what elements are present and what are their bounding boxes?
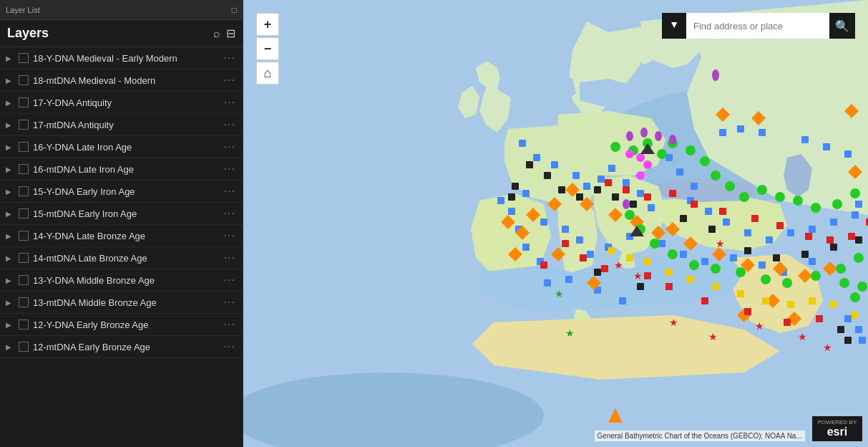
layer-item[interactable]: ▶ 17-Y-DNA Antiquity ···: [0, 92, 243, 114]
layer-more-button[interactable]: ···: [223, 96, 237, 109]
layer-checkbox[interactable]: [19, 208, 29, 218]
zoom-in-button[interactable]: +: [256, 13, 279, 36]
layer-checkbox[interactable]: [19, 53, 29, 63]
svg-rect-135: [594, 186, 601, 193]
svg-point-99: [650, 239, 660, 249]
svg-point-96: [850, 188, 860, 198]
layer-checkbox[interactable]: [19, 75, 29, 85]
svg-point-94: [811, 203, 821, 213]
svg-rect-145: [512, 183, 519, 190]
layer-checkbox[interactable]: [19, 231, 29, 241]
layer-item[interactable]: ▶ 15-mtDNA Early Iron Age ···: [0, 203, 243, 225]
search-icon[interactable]: ⌕: [213, 27, 220, 40]
layer-item[interactable]: ▶ 16-Y-DNA Late Iron Age ···: [0, 136, 243, 158]
map-background: ★ ★ ★ ★ ★ ★ ★ ★ ★ ★: [243, 0, 868, 447]
svg-point-179: [625, 150, 634, 158]
layer-checkbox[interactable]: [19, 186, 29, 196]
svg-point-92: [775, 192, 785, 202]
layer-checkbox[interactable]: [19, 297, 29, 307]
layer-checkbox[interactable]: [19, 275, 29, 285]
zoom-out-button[interactable]: −: [256, 37, 279, 60]
layer-item[interactable]: ▶ 18-Y-DNA Medieval - Early Modern ···: [0, 47, 243, 69]
layer-checkbox[interactable]: [19, 97, 29, 107]
svg-rect-112: [669, 190, 676, 197]
layer-name: 12-mtDNA Early Bronze Age: [33, 342, 218, 352]
layer-name: 18-Y-DNA Medieval - Early Modern: [33, 53, 218, 64]
svg-rect-118: [826, 236, 834, 244]
layer-more-button[interactable]: ···: [223, 52, 237, 64]
svg-rect-10: [623, 179, 630, 186]
layer-checkbox[interactable]: [19, 342, 29, 352]
layer-checkbox[interactable]: [19, 120, 29, 130]
svg-rect-136: [612, 193, 619, 201]
svg-rect-3: [519, 140, 526, 147]
layer-more-button[interactable]: ···: [223, 74, 237, 87]
layer-item[interactable]: ▶ 14-Y-DNA Late Bronze Age ···: [0, 225, 243, 247]
layers-title-bar: Layers ⌕ ⊟: [0, 20, 243, 47]
layer-chevron-icon: ▶: [6, 232, 14, 240]
layer-more-button[interactable]: ···: [223, 318, 237, 331]
layer-chevron-icon: ▶: [6, 210, 14, 218]
map-container[interactable]: ★ ★ ★ ★ ★ ★ ★ ★ ★ ★ + − ⌂ ▼ �: [243, 0, 868, 447]
svg-rect-142: [801, 251, 809, 258]
layer-more-button[interactable]: ···: [223, 118, 237, 131]
layer-more-button[interactable]: ···: [223, 296, 237, 309]
layer-item[interactable]: ▶ 13-mtDNA Middle Bronze Age ···: [0, 292, 243, 314]
svg-point-180: [636, 153, 645, 162]
layer-more-button[interactable]: ···: [223, 207, 237, 220]
svg-rect-40: [522, 190, 530, 197]
layer-checkbox[interactable]: [19, 164, 29, 174]
layer-more-button[interactable]: ···: [223, 163, 237, 176]
layer-more-button[interactable]: ···: [223, 274, 237, 287]
layer-list[interactable]: ▶ 18-Y-DNA Medieval - Early Modern ··· ▶…: [0, 47, 243, 447]
search-button[interactable]: 🔍: [829, 13, 855, 39]
svg-rect-109: [605, 179, 612, 186]
layer-item[interactable]: ▶ 14-mtDNA Late Bronze Age ···: [0, 247, 243, 269]
svg-rect-138: [680, 215, 687, 222]
svg-point-102: [711, 264, 721, 274]
layer-name: 17-Y-DNA Antiquity: [33, 97, 218, 108]
layer-item[interactable]: ▶ 12-mtDNA Early Bronze Age ···: [0, 336, 243, 358]
layer-checkbox[interactable]: [19, 253, 29, 263]
layer-item[interactable]: ▶ 13-Y-DNA Middle Bronze Age ···: [0, 269, 243, 292]
layer-item[interactable]: ▶ 12-Y-DNA Early Bronze Age ···: [0, 314, 243, 336]
layer-more-button[interactable]: ···: [223, 251, 237, 264]
svg-rect-140: [744, 247, 751, 254]
layer-item[interactable]: ▶ 16-mtDNA Late Iron Age ···: [0, 158, 243, 181]
svg-rect-147: [594, 269, 601, 276]
svg-rect-164: [762, 297, 769, 304]
search-dropdown[interactable]: ▼: [662, 13, 686, 39]
svg-rect-6: [572, 172, 580, 179]
layer-more-button[interactable]: ···: [223, 229, 237, 242]
svg-point-181: [643, 160, 652, 169]
layer-chevron-icon: ▶: [6, 188, 14, 196]
svg-rect-134: [576, 193, 583, 201]
home-button[interactable]: ⌂: [256, 62, 279, 85]
layer-checkbox[interactable]: [19, 319, 29, 330]
svg-rect-166: [809, 297, 816, 304]
svg-rect-32: [759, 261, 766, 269]
svg-text:★: ★: [708, 331, 718, 342]
layer-name: 12-Y-DNA Early Bronze Age: [33, 319, 218, 330]
sidebar: Layer List □ Layers ⌕ ⊟ ▶ 18-Y-DNA Medie…: [0, 0, 243, 447]
svg-rect-31: [730, 254, 737, 261]
layer-more-button[interactable]: ···: [223, 185, 237, 198]
svg-rect-42: [522, 244, 530, 251]
layer-more-button[interactable]: ···: [223, 140, 237, 153]
svg-point-152: [640, 128, 648, 138]
svg-point-88: [711, 170, 721, 181]
svg-rect-149: [837, 326, 844, 333]
svg-rect-45: [719, 129, 726, 136]
layer-item[interactable]: ▶ 17-mtDNA Antiquity ···: [0, 114, 243, 136]
layer-item[interactable]: ▶ 18-mtDNA Medieval - Modern ···: [0, 69, 243, 92]
svg-rect-120: [562, 240, 569, 247]
filter-icon[interactable]: ⊟: [226, 27, 235, 40]
layer-checkbox[interactable]: [19, 142, 29, 152]
svg-rect-187: [855, 326, 862, 333]
layer-more-button[interactable]: ···: [223, 340, 237, 353]
search-input[interactable]: [686, 13, 829, 39]
sidebar-close-icon[interactable]: □: [232, 5, 237, 15]
svg-rect-11: [637, 190, 644, 197]
layer-item[interactable]: ▶ 15-Y-DNA Early Iron Age ···: [0, 181, 243, 203]
esri-name: esri: [827, 426, 847, 438]
